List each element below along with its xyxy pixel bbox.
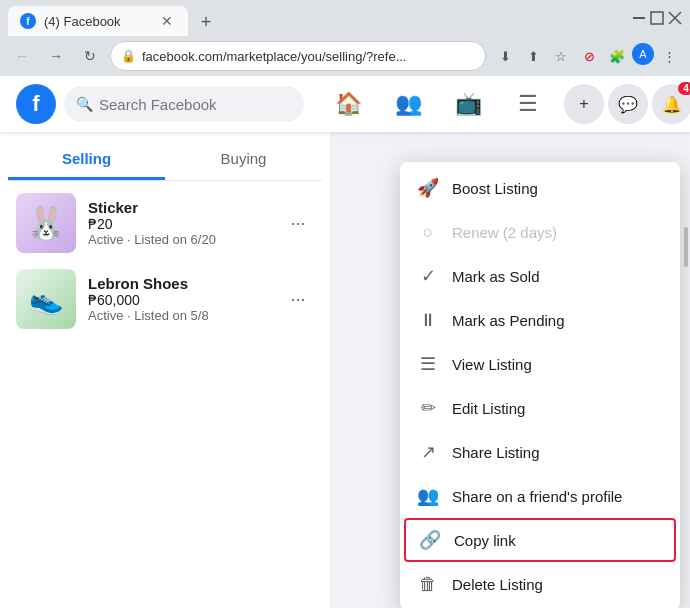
scroll-indicator <box>684 227 688 267</box>
context-menu: 🚀 Boost Listing ○ Renew (2 days) ✓ Mark … <box>400 162 680 608</box>
messenger-button[interactable]: 💬 <box>608 84 648 124</box>
reload-button[interactable]: ↻ <box>76 42 104 70</box>
menu-nav-button[interactable]: ☰ <box>500 80 556 128</box>
listing-item-shoes[interactable]: 👟 Lebron Shoes ₱60,000 Active · Listed o… <box>8 261 322 337</box>
tab-area: f (4) Facebook ✕ + <box>8 0 220 36</box>
friends-nav-button[interactable]: 👥 <box>380 80 436 128</box>
lock-icon: 🔒 <box>121 49 136 63</box>
search-box[interactable]: 🔍 <box>64 86 304 122</box>
listing-info-shoes: Lebron Shoes ₱60,000 Active · Listed on … <box>88 275 270 323</box>
active-tab[interactable]: f (4) Facebook ✕ <box>8 6 188 36</box>
maximize-icon[interactable] <box>650 11 664 25</box>
menu-item-share-listing[interactable]: ↗ Share Listing <box>400 430 680 474</box>
minimize-icon[interactable] <box>632 11 646 25</box>
address-bar-actions: ⬇ ⬆ ☆ ⊘ 🧩 A ⋮ <box>492 43 682 69</box>
menu-item-edit-listing[interactable]: ✏ Edit Listing <box>400 386 680 430</box>
search-input[interactable] <box>99 96 292 113</box>
svg-rect-0 <box>633 17 645 19</box>
menu-item-share-friend[interactable]: 👥 Share on a friend's profile <box>400 474 680 518</box>
menu-item-renew: ○ Renew (2 days) <box>400 210 680 254</box>
menu-label-boost: Boost Listing <box>452 180 538 197</box>
nav-icons: + 💬 🔔 4 👤 <box>564 84 690 124</box>
share-friend-icon: 👥 <box>416 484 440 508</box>
address-bar: ← → ↻ 🔒 facebook.com/marketplace/you/sel… <box>0 36 690 76</box>
menu-label-delete-listing: Delete Listing <box>452 576 543 593</box>
listing-info-sticker: Sticker ₱20 Active · Listed on 6/20 <box>88 199 270 247</box>
menu-item-mark-pending[interactable]: ⏸ Mark as Pending <box>400 298 680 342</box>
listing-more-button[interactable]: ··· <box>282 207 314 239</box>
watch-nav-button[interactable]: 📺 <box>440 80 496 128</box>
tab-buying[interactable]: Buying <box>165 140 322 180</box>
tab-title: (4) Facebook <box>44 14 150 29</box>
back-button[interactable]: ← <box>8 42 36 70</box>
download-icon[interactable]: ⬇ <box>492 43 518 69</box>
facebook-navbar: f 🔍 🏠 👥 📺 ☰ + 💬 🔔 4 👤 <box>0 76 690 132</box>
browser-chrome: f (4) Facebook ✕ + ← → ↻ 🔒 facebook.com/… <box>0 0 690 76</box>
share-listing-icon: ↗ <box>416 440 440 464</box>
listing-name: Sticker <box>88 199 270 216</box>
profile-icon[interactable]: A <box>632 43 654 65</box>
menu-label-edit-listing: Edit Listing <box>452 400 525 417</box>
home-nav-button[interactable]: 🏠 <box>320 80 376 128</box>
menu-label-share-friend: Share on a friend's profile <box>452 488 622 505</box>
title-bar: f (4) Facebook ✕ + <box>0 0 690 36</box>
link-icon: 🔗 <box>418 528 442 552</box>
tab-favicon: f <box>20 13 36 29</box>
menu-label-renew: Renew (2 days) <box>452 224 557 241</box>
menu-label-copy-link: Copy link <box>454 532 516 549</box>
close-icon[interactable] <box>668 11 682 25</box>
menu-icon[interactable]: ⋮ <box>656 43 682 69</box>
listing-price: ₱20 <box>88 216 270 232</box>
content-area: Selling Buying 🐰 Sticker ₱20 Active · Li… <box>0 132 690 608</box>
menu-item-copy-link[interactable]: 🔗 Copy link <box>404 518 676 562</box>
share-icon[interactable]: ⬆ <box>520 43 546 69</box>
right-area: 🚀 Boost Listing ○ Renew (2 days) ✓ Mark … <box>330 132 690 608</box>
renew-icon: ○ <box>416 220 440 244</box>
listings-panel: Selling Buying 🐰 Sticker ₱20 Active · Li… <box>0 132 330 608</box>
listing-price: ₱60,000 <box>88 292 270 308</box>
listing-item[interactable]: 🐰 Sticker ₱20 Active · Listed on 6/20 ··… <box>8 185 322 261</box>
create-button[interactable]: + <box>564 84 604 124</box>
view-icon: ☰ <box>416 352 440 376</box>
check-icon: ✓ <box>416 264 440 288</box>
menu-item-delete-listing[interactable]: 🗑 Delete Listing <box>400 562 680 606</box>
ublock-icon[interactable]: ⊘ <box>576 43 602 69</box>
menu-label-mark-sold: Mark as Sold <box>452 268 540 285</box>
menu-item-boost[interactable]: 🚀 Boost Listing <box>400 166 680 210</box>
pause-icon: ⏸ <box>416 308 440 332</box>
search-icon: 🔍 <box>76 96 93 112</box>
tab-close-button[interactable]: ✕ <box>158 12 176 30</box>
extensions-icon[interactable]: 🧩 <box>604 43 630 69</box>
menu-item-mark-sold[interactable]: ✓ Mark as Sold <box>400 254 680 298</box>
window-controls <box>632 11 682 25</box>
menu-label-mark-pending: Mark as Pending <box>452 312 565 329</box>
forward-button[interactable]: → <box>42 42 70 70</box>
edit-icon: ✏ <box>416 396 440 420</box>
listing-thumbnail-sticker: 🐰 <box>16 193 76 253</box>
new-tab-button[interactable]: + <box>192 8 220 36</box>
url-bar[interactable]: 🔒 facebook.com/marketplace/you/selling/?… <box>110 41 486 71</box>
notification-badge: 4 <box>678 82 690 95</box>
svg-rect-1 <box>651 12 663 24</box>
menu-item-view-listing[interactable]: ☰ View Listing <box>400 342 680 386</box>
sticker-icon: 🐰 <box>26 204 66 242</box>
panel-tabs: Selling Buying <box>8 140 322 181</box>
boost-icon: 🚀 <box>416 176 440 200</box>
menu-label-share-listing: Share Listing <box>452 444 540 461</box>
notifications-button[interactable]: 🔔 4 <box>652 84 690 124</box>
url-text: facebook.com/marketplace/you/selling/?re… <box>142 49 406 64</box>
tab-selling[interactable]: Selling <box>8 140 165 180</box>
listing-more-button-shoes[interactable]: ··· <box>282 283 314 315</box>
menu-label-view-listing: View Listing <box>452 356 532 373</box>
nav-center-buttons: 🏠 👥 📺 ☰ <box>320 80 556 128</box>
bookmark-icon[interactable]: ☆ <box>548 43 574 69</box>
listing-thumbnail-shoes: 👟 <box>16 269 76 329</box>
listing-status: Active · Listed on 6/20 <box>88 232 270 247</box>
trash-icon: 🗑 <box>416 572 440 596</box>
shoes-icon: 👟 <box>29 283 64 316</box>
facebook-logo[interactable]: f <box>16 84 56 124</box>
listing-status: Active · Listed on 5/8 <box>88 308 270 323</box>
listing-name: Lebron Shoes <box>88 275 270 292</box>
